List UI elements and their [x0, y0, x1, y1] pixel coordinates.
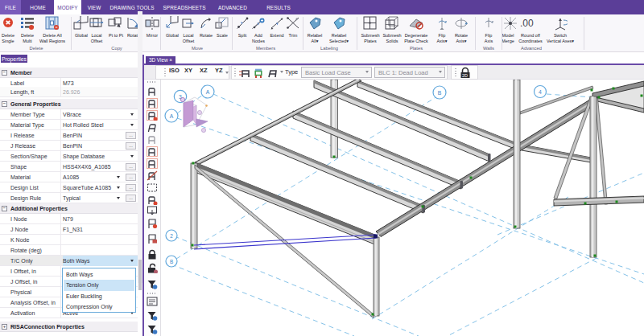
svg-text:B: B — [170, 259, 173, 264]
svg-text:A: A — [206, 89, 210, 95]
svg-text:2: 2 — [170, 233, 173, 239]
svg-text:B: B — [438, 90, 442, 96]
svg-text:A: A — [170, 113, 174, 119]
svg-text:2D: 2D — [462, 73, 468, 78]
svg-text:4: 4 — [539, 89, 542, 95]
svg-text:.00: .00 — [520, 18, 534, 29]
